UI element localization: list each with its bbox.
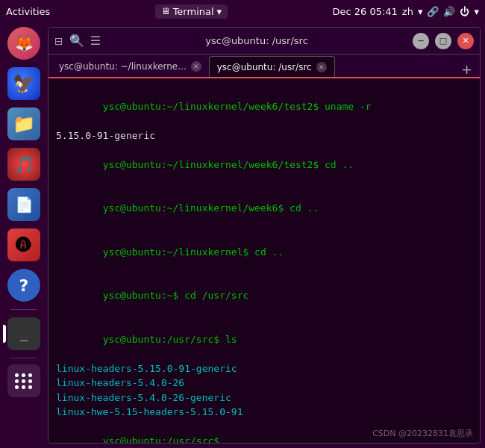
sidebar-item-appstore[interactable]: 🅐 — [6, 227, 42, 263]
power-icon[interactable]: ⏻ — [460, 6, 469, 17]
terminal-line-4: ysc@ubuntu:~/linuxkernel$ cd .. — [56, 230, 472, 274]
appstore-icon: 🅐 — [7, 228, 40, 261]
volume-icon[interactable]: 🔊 — [443, 6, 455, 17]
sidebar-item-rhythmbox[interactable]: 🎵 — [6, 146, 42, 182]
terminal-line-3: ysc@ubuntu:~/linuxkernel/week6$ cd .. — [56, 187, 472, 231]
sidebar-item-terminal[interactable]: _ — [6, 316, 42, 352]
active-indicator — [3, 325, 6, 343]
sidebar-item-avatar[interactable]: 🦊 — [6, 25, 42, 61]
monitor-icon: 🖥 — [161, 6, 170, 16]
sidebar-item-files[interactable]: 📁 — [6, 106, 42, 142]
terminal-label-text: Terminal — [173, 6, 214, 17]
prompt-dir: ysc@ubuntu:~/linuxkernel/week6/test2 — [103, 101, 313, 112]
terminal-line-0: ysc@ubuntu:~/linuxkernel/week6/test2$ un… — [56, 84, 472, 128]
files-icon: 📁 — [7, 108, 40, 140]
tab-1-label: ysc@ubuntu: /usr/src — [217, 62, 312, 72]
close-button[interactable]: ✕ — [457, 33, 474, 49]
lang-label[interactable]: zh — [402, 6, 413, 17]
sidebar-item-help[interactable]: ? — [6, 267, 42, 303]
terminal-line-7: linux-headers-5.15.0-91-generic — [56, 361, 472, 376]
terminal-line-9: linux-headers-5.4.0-26-generic — [56, 391, 472, 405]
rhythmbox-icon: 🎵 — [7, 148, 40, 181]
terminal-content[interactable]: ysc@ubuntu:~/linuxkernel/week6/test2$ un… — [48, 78, 480, 443]
top-bar: Activities 🖥 Terminal ▾ Dec 26 05:41 zh … — [0, 0, 485, 22]
chevron-down-icon-sys[interactable]: ▾ — [474, 6, 479, 17]
terminal-line-2: ysc@ubuntu:~/linuxkernel/week6/test2$ cd… — [56, 143, 472, 187]
chevron-down-icon-lang[interactable]: ▾ — [418, 6, 423, 17]
help-icon: ? — [7, 269, 40, 302]
menu-icon[interactable]: ☰ — [90, 34, 101, 48]
tab-0-label: ysc@ubuntu: ~/linuxkerne... — [59, 61, 187, 72]
terminal-app-label[interactable]: 🖥 Terminal ▾ — [155, 4, 228, 19]
tab-1-close[interactable]: ✕ — [316, 62, 327, 72]
terminal-line-10: linux-hwe-5.15-headers-5.15.0-91 — [56, 405, 472, 420]
datetime-label: Dec 26 05:41 — [332, 6, 397, 17]
watermark: CSDN @20232831袁思承 — [372, 428, 473, 439]
terminal-line-6: ysc@ubuntu:/usr/src$ ls — [56, 317, 472, 361]
chevron-down-icon[interactable]: ▾ — [217, 6, 222, 17]
maximize-button[interactable]: □ — [435, 33, 451, 49]
tab-1[interactable]: ysc@ubuntu: /usr/src ✕ — [209, 56, 335, 77]
sidebar: 🦊 🦅 📁 🎵 📄 🅐 — [0, 22, 48, 448]
titlebar-title: ysc@ubuntu: /usr/src — [107, 35, 407, 46]
main-layout: 🦊 🦅 📁 🎵 📄 🅐 — [0, 22, 485, 448]
search-icon[interactable]: 🔍 — [69, 34, 84, 48]
new-tab-button[interactable]: + — [457, 61, 477, 77]
terminal-line-8: linux-headers-5.4.0-26 — [56, 376, 472, 391]
terminal-line-5: ysc@ubuntu:~$ cd /usr/src — [56, 274, 472, 318]
activities-label[interactable]: Activities — [6, 6, 50, 17]
network-icon[interactable]: 🔗 — [427, 6, 439, 17]
tab-0-close[interactable]: ✕ — [191, 61, 201, 72]
sidebar-item-writer[interactable]: 📄 — [6, 187, 42, 223]
apps-grid-icon — [15, 373, 33, 389]
titlebar-icon: ⊟ — [54, 35, 63, 47]
sidebar-item-apps[interactable] — [7, 364, 40, 397]
terminal-titlebar: ⊟ 🔍 ☰ ysc@ubuntu: /usr/src − □ ✕ — [48, 28, 480, 55]
sidebar-divider-2 — [10, 358, 37, 358]
sidebar-item-thunderbird[interactable]: 🦅 — [6, 66, 42, 102]
sidebar-divider — [10, 309, 37, 310]
writer-icon: 📄 — [7, 188, 40, 221]
avatar: 🦊 — [7, 27, 40, 60]
terminal-tabs: ysc@ubuntu: ~/linuxkerne... ✕ ysc@ubuntu… — [48, 55, 480, 78]
terminal-window: ⊟ 🔍 ☰ ysc@ubuntu: /usr/src − □ ✕ ysc@ubu… — [48, 27, 481, 444]
prompt-symbol: $ uname -r — [313, 101, 371, 112]
thunderbird-icon: 🦅 — [7, 67, 40, 100]
terminal-icon: _ — [7, 317, 40, 350]
terminal-line-1: 5.15.0-91-generic — [56, 128, 472, 143]
minimize-button[interactable]: − — [413, 33, 429, 49]
tab-0[interactable]: ysc@ubuntu: ~/linuxkerne... ✕ — [51, 56, 209, 77]
